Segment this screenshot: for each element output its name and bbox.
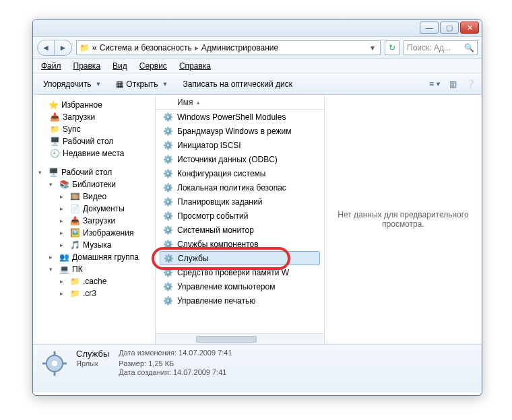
tree-item[interactable]: Недавние места	[33, 147, 155, 160]
shortcut-icon	[162, 169, 173, 178]
navigation-pane: Избранное Загрузки Sync Рабочий стол Нед…	[33, 95, 156, 344]
list-item[interactable]: Брандмауэр Windows в режим	[156, 124, 324, 138]
list-item[interactable]: Планировщик заданий	[156, 195, 324, 209]
folder-icon	[69, 289, 80, 298]
gear-icon	[40, 349, 69, 378]
chevron-down-icon: ▼	[94, 81, 101, 88]
tree-item[interactable]: ▸Музыка	[33, 239, 155, 251]
command-bar: Упорядочить▼ ▦Открыть▼ Записать на оптич…	[33, 73, 482, 95]
forward-button[interactable]: ►	[55, 40, 72, 56]
list-item[interactable]: Инициатор iSCSI	[156, 138, 324, 152]
tree-item[interactable]: Рабочий стол	[33, 135, 155, 147]
folder-icon: 📁	[79, 43, 90, 53]
tree-item[interactable]: Загрузки	[33, 111, 155, 123]
preview-pane: Нет данных для предварительного просмотр…	[325, 95, 482, 344]
chevron-down-icon: ▼	[160, 81, 168, 88]
navigation-row: ◄ ► 📁 « Система и безопасность ▸ Админис…	[33, 37, 482, 59]
tree-item[interactable]: ▸.cache	[33, 275, 155, 287]
shortcut-icon	[162, 268, 173, 277]
list-item-selected[interactable]: Службы	[160, 251, 320, 265]
music-icon	[69, 240, 80, 250]
details-type: Ярлык	[76, 359, 109, 368]
tree-pc[interactable]: ▾ПК	[33, 263, 155, 275]
shortcut-icon	[162, 240, 173, 249]
tree-favorites[interactable]: Избранное	[33, 99, 155, 111]
menu-view[interactable]: Вид	[107, 59, 133, 73]
list-item[interactable]: Управление компьютером	[156, 279, 324, 293]
list-item[interactable]: Службы компонентов	[156, 237, 324, 251]
back-button[interactable]: ◄	[37, 40, 55, 56]
close-button[interactable]: ✕	[460, 22, 479, 34]
tree-item[interactable]: ▸Загрузки	[33, 215, 155, 227]
menu-edit[interactable]: Правка	[68, 59, 106, 73]
open-button[interactable]: ▦Открыть▼	[110, 77, 174, 92]
shortcut-icon	[162, 296, 173, 306]
shortcut-icon	[163, 254, 174, 263]
shortcut-icon	[162, 183, 173, 193]
picture-icon	[69, 228, 80, 238]
breadcrumb[interactable]: Администрирование	[201, 43, 278, 53]
title-bar: — ▢ ✕	[33, 20, 482, 37]
details-pane: Службы Дата изменения: 14.07.2009 7:41 Я…	[33, 344, 482, 392]
list-item[interactable]: Windows PowerShell Modules	[156, 110, 324, 124]
list-item[interactable]: Системный монитор	[156, 223, 324, 237]
shortcut-icon	[162, 127, 173, 136]
tree-libraries[interactable]: ▾Библиотеки	[33, 178, 155, 190]
menu-bar: Файл Правка Вид Сервис Справка	[33, 59, 482, 73]
list-item[interactable]: Просмотр событий	[156, 209, 324, 223]
tree-desktop[interactable]: ▾Рабочий стол	[33, 166, 155, 178]
menu-tools[interactable]: Сервис	[134, 59, 172, 73]
column-header[interactable]: Имя▴	[156, 95, 324, 110]
downloads-icon	[69, 216, 80, 225]
list-item[interactable]: Конфигурация системы	[156, 166, 324, 180]
details-name: Службы	[76, 349, 109, 359]
shortcut-icon	[162, 211, 173, 221]
address-dropdown[interactable]: ▾	[368, 43, 377, 53]
preview-pane-button[interactable]: ▥	[445, 77, 460, 92]
search-icon: 🔍	[464, 43, 474, 53]
help-button[interactable]: ❔	[463, 77, 478, 92]
shortcut-icon	[162, 155, 173, 164]
tree-item[interactable]: Sync	[33, 123, 155, 135]
address-bar[interactable]: 📁 « Система и безопасность ▸ Администрир…	[76, 40, 381, 55]
search-placeholder: Поиск: Ад...	[407, 43, 451, 53]
list-item[interactable]: Локальная политика безопас	[156, 180, 324, 195]
list-item[interactable]: Источники данных (ODBC)	[156, 152, 324, 166]
breadcrumb[interactable]: Система и безопасность	[100, 43, 192, 53]
shortcut-icon	[162, 197, 173, 207]
desktop-icon	[49, 137, 60, 146]
list-item[interactable]: Средство проверки памяти W	[156, 265, 324, 279]
folder-icon	[69, 277, 80, 286]
tree-item[interactable]: ▸.cr3	[33, 287, 155, 300]
menu-file[interactable]: Файл	[36, 59, 67, 73]
tree-item[interactable]: ▸Документы	[33, 203, 155, 215]
horizontal-scrollbar[interactable]	[156, 333, 324, 344]
menu-help[interactable]: Справка	[174, 59, 216, 73]
refresh-button[interactable]: ↻	[385, 40, 399, 55]
details-label: Размер: 1,25 КБ	[119, 359, 232, 368]
details-label: Дата изменения: 14.07.2009 7:41	[119, 349, 232, 359]
list-item[interactable]: Управление печатью	[156, 293, 324, 308]
tree-item[interactable]: ▸Изображения	[33, 227, 155, 239]
details-label: Дата создания: 14.07.2009 7:41	[119, 368, 232, 376]
organize-button[interactable]: Упорядочить▼	[37, 77, 107, 92]
computer-icon	[59, 265, 69, 274]
downloads-icon	[49, 112, 60, 122]
file-list: Имя▴ Windows PowerShell Modules Брандмау…	[156, 95, 325, 344]
shortcut-icon	[162, 282, 173, 291]
tree-homegroup[interactable]: ▸Домашняя группа	[33, 251, 155, 263]
preview-empty-text: Нет данных для предварительного просмотр…	[330, 210, 476, 229]
burn-button[interactable]: Записать на оптический диск	[177, 77, 298, 92]
minimize-button[interactable]: —	[420, 22, 439, 34]
maximize-button[interactable]: ▢	[440, 22, 459, 34]
document-icon	[69, 204, 80, 213]
tree-item[interactable]: ▸Видео	[33, 190, 155, 203]
folder-icon	[49, 125, 60, 134]
shortcut-icon	[162, 141, 173, 150]
chevron-right-icon: ▸	[195, 43, 199, 53]
library-icon	[59, 180, 69, 189]
search-input[interactable]: Поиск: Ад... 🔍	[404, 40, 478, 55]
breadcrumb[interactable]: «	[92, 43, 97, 53]
open-icon: ▦	[116, 79, 123, 89]
view-mode-button[interactable]: ≡▼	[428, 77, 443, 92]
